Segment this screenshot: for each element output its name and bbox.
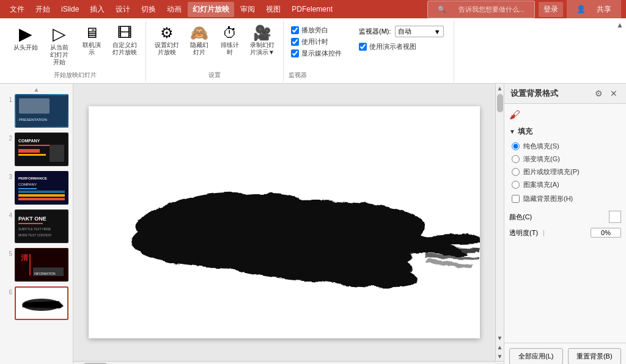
svg-text:COMPANY: COMPANY xyxy=(18,183,37,186)
ribbon-btn-from-current[interactable]: ▷ 从当前幻灯片开始 xyxy=(44,23,75,68)
checkbox-use-timing[interactable]: 使用计时 xyxy=(291,37,342,46)
panel-settings-btn[interactable]: ⚙ xyxy=(592,87,605,100)
slide-canvas xyxy=(89,106,480,338)
ribbon-btn-timing[interactable]: ⏱ 排练计时 xyxy=(216,23,244,59)
menu-insert[interactable]: 插入 xyxy=(85,2,109,17)
menu-file[interactable]: 文件 xyxy=(5,2,29,17)
scroll-up-arrow[interactable]: ▲ xyxy=(496,84,504,93)
slide4-content: PAKT ONE SUBTITLE TEXT HERE MORE TEXT CO… xyxy=(16,211,67,242)
fill-solid-radio[interactable] xyxy=(512,142,520,150)
menu-design[interactable]: 设计 xyxy=(111,2,135,17)
slide-thumb-3[interactable]: 3 PERFORMANCE COMPANY xyxy=(2,170,70,206)
ribbon-group-start: ▶ 从头开始 ▷ 从当前幻灯片开始 🖥 联机演示 🎞 自定义幻灯片放映 开始放映… xyxy=(5,21,146,82)
menu-animation[interactable]: 动画 xyxy=(162,2,186,17)
ribbon-btn-record[interactable]: 🎥 录制幻灯片演示▼ xyxy=(246,23,278,59)
svg-rect-8 xyxy=(50,145,64,162)
menu-bar: 文件 开始 iSlide 插入 设计 切换 动画 幻灯片放映 审阅 视图 PDF… xyxy=(0,0,626,18)
ribbon-btn-custom[interactable]: 🎞 自定义幻灯片放映 xyxy=(109,23,141,59)
checkbox-play-narration[interactable]: 播放旁白 xyxy=(291,26,342,35)
ribbon-group-settings: ⚙ 设置幻灯片放映 🙈 隐藏幻灯片 ⏱ 排练计时 🎥 录制幻灯片演示▼ 设置 xyxy=(146,21,284,82)
slides-panel: ▲ 1 PRESENTATION 2 COMPANY xyxy=(0,84,73,364)
checkbox-show-controls[interactable]: 显示媒体控件 xyxy=(291,49,342,58)
vertical-scrollbar: ▲ ▼ ▲ ▼ xyxy=(495,84,504,361)
presenter-view-input[interactable] xyxy=(359,43,367,51)
slide-thumb-1[interactable]: 1 PRESENTATION xyxy=(2,93,70,129)
color-picker[interactable] xyxy=(609,211,621,223)
fill-section: ▼ 填充 纯色填充(S) 渐变填充(G) 图片或纹理填充(P) xyxy=(509,126,621,238)
h-scroll-track[interactable] xyxy=(82,362,495,364)
reset-bg-button[interactable]: 重置背景(B) xyxy=(568,348,622,364)
slide-img-4[interactable]: PAKT ONE SUBTITLE TEXT HERE MORE TEXT CO… xyxy=(15,209,68,243)
scroll-up-btn[interactable]: ▲ xyxy=(2,86,70,93)
play-from-start-icon: ▶ xyxy=(19,26,32,43)
menu-slideshow[interactable]: 幻灯片放映 xyxy=(188,2,234,17)
monitor-value: 自动 xyxy=(398,27,411,36)
apply-all-button[interactable]: 全部应用(L) xyxy=(509,348,563,364)
slide-horizontal: ▲ ▼ ▲ ▼ xyxy=(73,84,504,361)
fill-pattern-radio[interactable] xyxy=(512,181,520,189)
narration-checkbox[interactable] xyxy=(291,26,299,34)
svg-rect-12 xyxy=(18,188,37,189)
slide-num-5: 5 xyxy=(4,250,12,257)
monitor-select[interactable]: 自动 ▼ xyxy=(395,26,444,37)
slide-num-4: 4 xyxy=(4,212,12,219)
fill-gradient-option[interactable]: 渐变填充(G) xyxy=(512,155,621,164)
right-panel-actions: ⚙ ✕ xyxy=(592,87,620,100)
ribbon-btn-hide[interactable]: 🙈 隐藏幻灯片 xyxy=(185,23,213,59)
slide-thumb-4[interactable]: 4 PAKT ONE SUBTITLE TEXT HERE MORE TEXT … xyxy=(2,208,70,244)
nav-next-arrow[interactable]: ▼ xyxy=(496,352,504,361)
menu-home[interactable]: 开始 xyxy=(31,2,55,17)
hide-bg-checkbox[interactable] xyxy=(512,195,520,203)
slide-num-1: 1 xyxy=(4,96,12,103)
svg-text:INFORMATION: INFORMATION xyxy=(34,272,56,275)
scroll-track[interactable] xyxy=(496,93,504,333)
hide-bg-option[interactable]: 隐藏背景图形(H) xyxy=(509,194,621,203)
scroll-down-arrow[interactable]: ▼ xyxy=(496,333,504,343)
panel-icon-area: 🖌 xyxy=(509,109,621,122)
controls-checkbox[interactable] xyxy=(291,49,299,57)
fill-gradient-radio[interactable] xyxy=(512,155,520,163)
share-button[interactable]: 👤 共享 xyxy=(567,0,621,20)
presenter-view-checkbox[interactable]: 使用演示者视图 xyxy=(359,42,444,51)
transparency-pipe: | xyxy=(543,229,545,236)
fill-picture-option[interactable]: 图片或纹理填充(P) xyxy=(512,167,621,177)
ribbon-collapse-btn[interactable]: ▲ xyxy=(616,21,624,29)
fill-picture-radio[interactable] xyxy=(512,168,520,176)
transparency-input[interactable] xyxy=(591,228,621,238)
slide-img-3[interactable]: PERFORMANCE COMPANY xyxy=(15,171,68,205)
svg-rect-6 xyxy=(18,149,40,153)
controls-label: 显示媒体控件 xyxy=(301,49,342,58)
menu-pdf[interactable]: PDFelement xyxy=(287,2,337,16)
timing-checkbox[interactable] xyxy=(291,38,299,46)
slide-img-1[interactable]: PRESENTATION xyxy=(15,94,68,128)
slide-img-6[interactable] xyxy=(15,286,68,320)
monitor-dropdown-arrow: ▼ xyxy=(434,28,441,35)
slide-img-2[interactable]: COMPANY xyxy=(15,133,68,166)
svg-text:MORE TEXT CONTENT: MORE TEXT CONTENT xyxy=(18,233,52,237)
slide-thumb-2[interactable]: 2 COMPANY xyxy=(2,131,70,167)
fill-pattern-option[interactable]: 图案填充(A) xyxy=(512,180,621,189)
slide-num-6: 6 xyxy=(4,289,12,296)
menu-review[interactable]: 审阅 xyxy=(235,2,260,17)
search-box[interactable]: 🔍 告诉我您想要做什么... xyxy=(427,1,535,18)
svg-text:COMPANY: COMPANY xyxy=(18,139,40,143)
menu-islide[interactable]: iSlide xyxy=(56,2,84,16)
nav-prev-arrow[interactable]: ▲ xyxy=(496,343,504,352)
ribbon-btn-setup[interactable]: ⚙ 设置幻灯片放映 xyxy=(151,23,183,59)
panel-footer: 全部应用(L) 重置背景(B) xyxy=(504,343,626,364)
fill-collapse-arrow[interactable]: ▼ xyxy=(509,128,515,135)
slide-thumb-5[interactable]: 5 清 INFORMATION xyxy=(2,247,70,283)
slide3-content: PERFORMANCE COMPANY xyxy=(16,172,67,203)
login-button[interactable]: 登录 xyxy=(539,2,563,17)
menu-transition[interactable]: 切换 xyxy=(136,2,161,17)
transparency-label: 透明度(T) xyxy=(509,228,538,238)
fill-solid-option[interactable]: 纯色填充(S) xyxy=(512,142,621,151)
ribbon-btn-online[interactable]: 🖥 联机演示 xyxy=(77,23,106,59)
scroll-thumb[interactable] xyxy=(497,94,503,112)
slide-thumb-6[interactable]: 6 xyxy=(2,285,70,321)
right-panel-title: 设置背景格式 xyxy=(510,88,558,99)
menu-view[interactable]: 视图 xyxy=(261,2,285,17)
ribbon-btn-from-start[interactable]: ▶ 从头开始 xyxy=(10,23,42,54)
panel-close-btn[interactable]: ✕ xyxy=(608,87,620,100)
slide-img-5[interactable]: 清 INFORMATION xyxy=(15,248,68,282)
